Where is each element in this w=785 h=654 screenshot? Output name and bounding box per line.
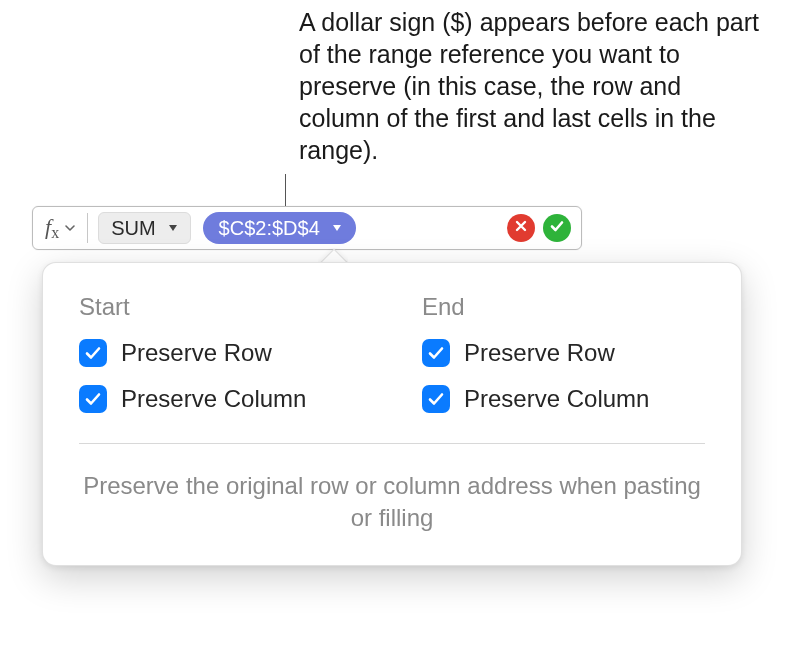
start-column: Start Preserve Row Preserve Column (79, 293, 362, 431)
function-token[interactable]: SUM (98, 212, 190, 244)
end-column: End Preserve Row Preserve Column (422, 293, 705, 431)
preserve-reference-popover: Start Preserve Row Preserve Column End (42, 262, 742, 566)
range-reference-label: $C$2:$D$4 (219, 217, 320, 240)
start-preserve-column-option[interactable]: Preserve Column (79, 385, 362, 413)
callout-text: A dollar sign ($) appears before each pa… (299, 6, 759, 166)
fx-menu-button[interactable]: fx (33, 207, 85, 249)
confirm-button[interactable] (543, 214, 571, 242)
start-preserve-row-label: Preserve Row (121, 339, 272, 367)
triangle-down-icon (328, 219, 346, 237)
divider (87, 213, 88, 243)
triangle-down-icon (164, 219, 182, 237)
popover-description: Preserve the original row or column addr… (79, 470, 705, 535)
end-preserve-column-label: Preserve Column (464, 385, 649, 413)
start-preserve-row-option[interactable]: Preserve Row (79, 339, 362, 367)
end-preserve-row-option[interactable]: Preserve Row (422, 339, 705, 367)
checkbox-checked-icon (79, 339, 107, 367)
checkbox-checked-icon (79, 385, 107, 413)
chevron-down-icon (63, 221, 77, 235)
end-preserve-column-option[interactable]: Preserve Column (422, 385, 705, 413)
checkbox-checked-icon (422, 385, 450, 413)
start-heading: Start (79, 293, 362, 321)
checkbox-checked-icon (422, 339, 450, 367)
end-heading: End (422, 293, 705, 321)
range-reference-token[interactable]: $C$2:$D$4 (203, 212, 356, 244)
formula-editor-bar: fx SUM $C$2:$D$4 (32, 206, 582, 250)
end-preserve-row-label: Preserve Row (464, 339, 615, 367)
function-token-label: SUM (111, 217, 155, 240)
start-preserve-column-label: Preserve Column (121, 385, 306, 413)
divider (79, 443, 705, 444)
x-icon (514, 219, 528, 237)
check-icon (549, 218, 565, 238)
fx-icon: fx (45, 216, 59, 241)
cancel-button[interactable] (507, 214, 535, 242)
